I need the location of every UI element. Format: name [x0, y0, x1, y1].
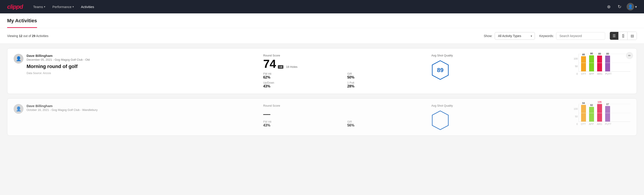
- activity-type-select-wrapper: All Activity Types: [495, 32, 535, 40]
- x-labels: OTT APP ARG PUTT: [578, 72, 630, 75]
- card-stats: Round Score — FW Hit 43% GIR 56%: [263, 104, 426, 128]
- bar-app-fill: [589, 55, 594, 72]
- bar-putt: 87: [605, 103, 610, 122]
- card-left: 👤 Dave Billingham December 05, 2021 - Go…: [14, 54, 258, 75]
- edit-button[interactable]: ✏: [626, 52, 633, 59]
- x-label-putt: PUTT: [605, 123, 610, 126]
- bar-chart-container: 100 50 0 85 90: [572, 54, 630, 75]
- chevron-down-icon: ▾: [72, 5, 74, 8]
- keywords-label: Keywords:: [539, 34, 554, 38]
- x-label-ott: OTT: [581, 72, 586, 75]
- bar-app: 82: [589, 104, 594, 122]
- x-label-arg: ARG: [597, 72, 602, 75]
- bar-ott-fill: [581, 56, 586, 72]
- fw-hit-label: FW Hit: [263, 72, 342, 76]
- navbar: clippd Teams ▾ Performance ▾ Activities …: [0, 0, 644, 14]
- stat-grid: FW Hit 43% GIR 56%: [263, 120, 426, 128]
- bar-ott-value: 85: [582, 53, 585, 56]
- logo[interactable]: clippd: [7, 3, 23, 10]
- user-info: Dave Billingham December 05, 2021 - Gog …: [26, 54, 90, 75]
- viewing-count: 12: [19, 34, 22, 38]
- viewing-suffix: Activities: [36, 34, 48, 38]
- svg-marker-1: [432, 111, 448, 130]
- one-putt-value: 28%: [347, 84, 426, 88]
- avg-shot-quality-label: Avg Shot Quality: [431, 54, 453, 57]
- round-score-label: Round Score: [263, 54, 426, 57]
- logo-text: clippd: [7, 3, 23, 10]
- avatar: 👤: [626, 3, 634, 10]
- nav-activities-label: Activities: [81, 5, 94, 9]
- keywords-filter-group: Keywords:: [539, 32, 605, 40]
- bar-app: 90: [589, 52, 594, 72]
- gir-value: 56%: [347, 124, 426, 128]
- view-toggles: ☰ ⋚ ▤: [610, 32, 637, 40]
- bar-arg-fill: [597, 56, 602, 72]
- view-toggle-list[interactable]: ▤: [628, 32, 637, 40]
- bar-ott-fill: [581, 105, 586, 122]
- hexagon: 89: [431, 60, 449, 80]
- bar-putt: 89: [605, 52, 610, 72]
- activities-content: 👤 Dave Billingham December 05, 2021 - Go…: [0, 44, 644, 144]
- updown-label: Up/Down: [263, 81, 342, 84]
- show-filter-group: Show: All Activity Types: [484, 32, 535, 40]
- user-menu-button[interactable]: 👤 ▾: [626, 3, 637, 10]
- refresh-icon[interactable]: ↻: [616, 3, 623, 10]
- user-date: October 16, 2021 - Gog Magog Golf Club -…: [26, 108, 98, 112]
- viewing-count-text: Viewing 12 out of 29 Activities: [7, 34, 479, 38]
- x-label-putt: PUTT: [605, 72, 610, 75]
- hexagon: [431, 110, 449, 130]
- one-putt-label: 1 Putt: [347, 81, 426, 84]
- card-shot-quality: Avg Shot Quality: [431, 104, 567, 130]
- gir-value: 50%: [347, 76, 426, 80]
- hexagon-wrapper: 89: [431, 60, 449, 80]
- fw-hit-label: FW Hit: [263, 120, 342, 124]
- updown-value: 43%: [263, 84, 342, 88]
- fw-hit-value: 62%: [263, 76, 342, 80]
- hexagon-wrapper: [431, 110, 449, 130]
- score-value: —: [263, 108, 270, 118]
- data-source: Data Source: Arccos: [26, 72, 90, 75]
- view-toggle-compact-list[interactable]: ☰: [610, 32, 618, 40]
- page-header: My Activities: [0, 14, 644, 28]
- stat-grid: FW Hit 62% GIR 50% Up/Down 43% 1 Putt 28…: [263, 72, 426, 88]
- bar-app-value: 90: [590, 52, 593, 55]
- nav-link-teams[interactable]: Teams ▾: [30, 3, 48, 10]
- chevron-down-icon: ▾: [44, 5, 45, 8]
- chart-inner: 100 50 0 85 90: [572, 54, 630, 75]
- activity-card: 👤 Dave Billingham December 05, 2021 - Go…: [7, 48, 637, 94]
- nav-links: Teams ▾ Performance ▾ Activities: [30, 3, 598, 10]
- search-input[interactable]: [556, 32, 605, 40]
- round-title: Morning round of golf: [26, 64, 90, 70]
- activity-type-select[interactable]: All Activity Types: [495, 32, 535, 40]
- y-axis: 100 50 0: [572, 57, 578, 75]
- score-row: —: [263, 108, 426, 118]
- y-axis: 100 50 0: [572, 108, 578, 126]
- bar-ott: 94: [581, 102, 586, 122]
- stat-item: 1 Putt 28%: [347, 81, 426, 88]
- page-title: My Activities: [7, 14, 37, 28]
- user-name: Dave Billingham: [26, 54, 90, 58]
- bar-app-fill: [589, 107, 594, 122]
- nav-teams-label: Teams: [33, 5, 43, 9]
- bar-putt-fill: [605, 106, 610, 122]
- nav-link-activities[interactable]: Activities: [78, 3, 97, 10]
- hexagon-value: 89: [437, 67, 444, 74]
- user-info: Dave Billingham October 16, 2021 - Gog M…: [26, 104, 98, 114]
- avatar: 👤: [14, 104, 24, 114]
- x-label-ott: OTT: [581, 123, 586, 126]
- stat-item: GIR 50%: [347, 72, 426, 80]
- nav-right: ⊕ ↻ 👤 ▾: [605, 3, 637, 10]
- view-toggle-grid[interactable]: ⋚: [619, 32, 628, 40]
- round-score-label: Round Score: [263, 104, 426, 107]
- nav-link-performance[interactable]: Performance ▾: [49, 3, 77, 10]
- show-label: Show:: [484, 34, 492, 38]
- x-label-app: APP: [589, 72, 594, 75]
- score-value: 74: [263, 58, 276, 70]
- score-diff: +4: [278, 65, 284, 69]
- bar-putt-fill: [605, 56, 610, 72]
- gir-label: GIR: [347, 120, 426, 124]
- stat-item: Up/Down 43%: [263, 81, 342, 88]
- avatar: 👤: [14, 54, 24, 64]
- bar-chart-container: 100 50 0 94 82: [572, 104, 630, 126]
- add-icon[interactable]: ⊕: [605, 3, 612, 10]
